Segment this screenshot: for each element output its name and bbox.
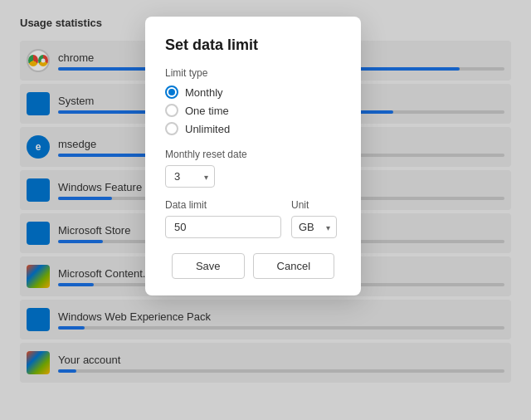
dialog-buttons: Save Cancel: [165, 253, 341, 279]
limit-type-radio-group: Monthly One time Unlimited: [165, 85, 341, 135]
radio-onetime[interactable]: One time: [165, 104, 341, 117]
save-button[interactable]: Save: [172, 253, 245, 279]
radio-onetime-circle: [165, 104, 178, 117]
unit-field-group: Unit MB GB TB ▾: [291, 199, 337, 238]
data-limit-field-group: Data limit: [165, 199, 281, 238]
cancel-button[interactable]: Cancel: [253, 253, 334, 279]
radio-unlimited-circle: [165, 122, 178, 135]
data-limit-label: Data limit: [165, 199, 281, 211]
limit-type-label: Limit type: [165, 67, 341, 79]
radio-onetime-label: One time: [185, 105, 229, 117]
radio-unlimited-label: Unlimited: [185, 123, 230, 135]
reset-date-select-wrapper: 3 12 45 67 89 1015 2025 28 ▾: [165, 165, 215, 188]
dialog-title: Set data limit: [165, 37, 341, 54]
data-limit-input[interactable]: [165, 216, 281, 238]
radio-monthly[interactable]: Monthly: [165, 85, 341, 99]
radio-monthly-circle: [165, 85, 178, 99]
radio-monthly-label: Monthly: [185, 86, 223, 99]
data-limit-row: Data limit Unit MB GB TB ▾: [165, 199, 341, 238]
reset-date-select[interactable]: 3 12 45 67 89 1015 2025 28: [165, 165, 215, 188]
unit-select-wrapper: MB GB TB ▾: [291, 216, 337, 238]
reset-date-label: Monthly reset date: [165, 149, 341, 160]
set-data-limit-dialog: Set data limit Limit type Monthly One ti…: [145, 17, 361, 295]
radio-unlimited[interactable]: Unlimited: [165, 122, 341, 135]
unit-select[interactable]: MB GB TB: [291, 216, 337, 238]
unit-label: Unit: [291, 199, 337, 211]
